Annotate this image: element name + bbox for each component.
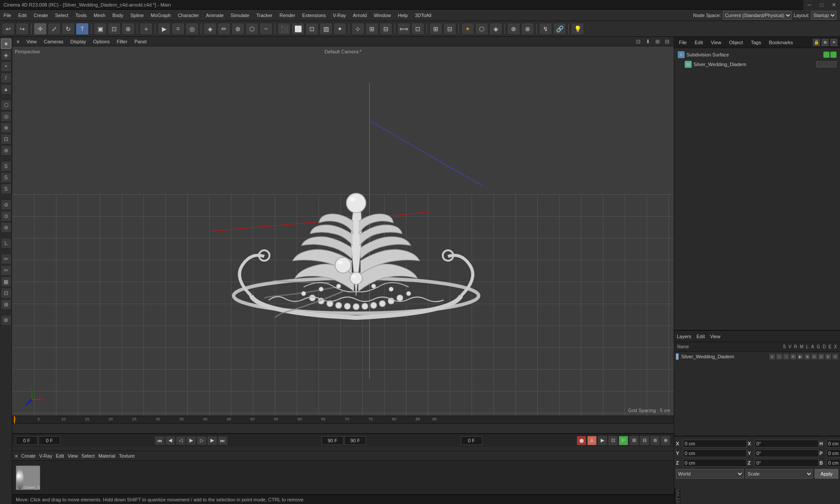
mograph-btn[interactable]: ⊕ [507, 23, 520, 35]
vp-menu-hamburger[interactable]: ≡ [15, 39, 21, 44]
timeline-extra2[interactable]: ⊛ [650, 436, 660, 445]
motion-clip-btn[interactable]: ▶ [598, 436, 607, 445]
vp-menu-display[interactable]: Display [69, 39, 88, 44]
menu-help[interactable]: Help [395, 10, 412, 21]
current-frame-input[interactable] [16, 436, 38, 445]
layers-view-menu[interactable]: View [710, 334, 721, 339]
render-btn[interactable]: ▶ [158, 23, 171, 35]
layer-icon-10[interactable]: X [832, 354, 838, 360]
vp-menu-options[interactable]: Options [91, 39, 112, 44]
layer-icon-8[interactable]: D [818, 354, 824, 360]
subdiv-check2[interactable] [830, 52, 836, 58]
vp-menu-view[interactable]: View [24, 39, 38, 44]
vp-menu-panel[interactable]: Panel [133, 39, 148, 44]
mat-menu-create[interactable]: Create [21, 453, 35, 458]
maximize-button[interactable]: □ [816, 0, 828, 10]
obj-object-menu[interactable]: Object [727, 37, 745, 48]
tool-polygon[interactable]: ▲ [1, 84, 11, 94]
layer-icon-1[interactable]: S [769, 354, 775, 360]
tool-measure[interactable]: L [1, 238, 11, 248]
symmetry-btn[interactable]: ⊡ [411, 23, 424, 35]
menu-mograph[interactable]: MoGraph [147, 10, 175, 21]
light2-btn[interactable]: 💡 [571, 23, 584, 35]
obj-tags-menu[interactable]: Tags [749, 37, 763, 48]
obj-bookmarks-menu[interactable]: Bookmarks [766, 37, 795, 48]
tool-edge[interactable]: / [1, 73, 11, 83]
grid-btn[interactable]: ⊟ [443, 23, 456, 35]
coord-z-rot-input[interactable]: 0° [755, 459, 819, 467]
tool-1[interactable]: ⬡ [1, 100, 11, 110]
subdiv-check1[interactable] [823, 52, 830, 58]
tool-b3[interactable]: ⊚ [1, 222, 11, 233]
coord-h-input[interactable]: 0 cm [826, 440, 840, 448]
material-crown[interactable]: Crown_S [16, 466, 40, 490]
cube-btn[interactable]: ⬛ [277, 23, 290, 35]
vp-icon-2[interactable]: ⬇ [644, 38, 652, 46]
object-tool[interactable]: ◈ [203, 23, 217, 35]
ik-btn[interactable]: P [619, 436, 628, 445]
obj-icon-lock[interactable]: 🔒 [813, 39, 820, 46]
menu-spline[interactable]: Spline [127, 10, 147, 21]
select-loop[interactable]: ⊕ [122, 23, 135, 35]
obj-edit-menu[interactable]: Edit [693, 37, 705, 48]
menu-body[interactable]: Body [109, 10, 127, 21]
tool-extrude2[interactable]: ⊞ [1, 299, 11, 310]
tool-paint[interactable]: ✏ [1, 254, 11, 264]
obj-file-menu[interactable]: File [677, 37, 689, 48]
mat-menu-view[interactable]: View [67, 453, 78, 458]
tool-s1[interactable]: S [1, 161, 11, 172]
nurbs-btn[interactable]: ⬜ [291, 23, 304, 35]
select-live[interactable]: ⊡ [108, 23, 121, 35]
total-frame-input[interactable] [344, 436, 366, 445]
sculpt-tool[interactable]: ⊛ [231, 23, 245, 35]
mat-menu-hamburger[interactable]: ≡ [15, 453, 18, 458]
mirror-btn[interactable]: ⟺ [397, 23, 410, 35]
next-play-btn[interactable]: ▷ [197, 436, 206, 445]
subdiv-btn[interactable]: ◈ [489, 23, 502, 35]
mat-menu-vray[interactable]: V-Ray [39, 453, 52, 458]
redo-button[interactable]: ↪ [16, 23, 29, 35]
menu-arnold[interactable]: Arnold [350, 10, 371, 21]
vp-menu-cameras[interactable]: Cameras [42, 39, 65, 44]
node-space-select[interactable]: Current (Standard/Physical) [723, 11, 792, 20]
auto-key-btn[interactable]: A [587, 436, 597, 445]
coord-p-input[interactable]: 0 cm [826, 449, 840, 457]
coord-scale-select[interactable]: Scale [746, 469, 813, 479]
start-frame-input[interactable] [38, 436, 60, 445]
play-btn[interactable]: ▶ [186, 436, 196, 445]
hair-tool[interactable]: ~ [259, 23, 273, 35]
axis-btn[interactable]: ⊞ [365, 23, 378, 35]
dynamics-btn[interactable]: ↯ [539, 23, 552, 35]
tool-s3[interactable]: S [1, 184, 11, 194]
menu-create[interactable]: Create [30, 10, 52, 21]
layout-select[interactable]: Startup [811, 11, 836, 20]
tool-fill[interactable]: ▦ [1, 276, 11, 287]
deform-btn[interactable]: ⊡ [305, 23, 318, 35]
vp-icon-4[interactable]: ⊟ [663, 38, 671, 46]
coord-b-input[interactable]: 0 cm [826, 459, 840, 467]
viewport-canvas[interactable]: Perspective Default Camera:* [12, 46, 674, 416]
goto-start-btn[interactable]: ⏮ [155, 436, 164, 445]
obj-view-menu[interactable]: View [709, 37, 724, 48]
layer-icon-2[interactable]: □ [776, 354, 782, 360]
coord-y-rot-input[interactable]: 0° [755, 449, 819, 457]
mat-menu-edit[interactable]: Edit [56, 453, 64, 458]
mat-menu-select[interactable]: Select [81, 453, 95, 458]
menu-tracker[interactable]: Tracker [253, 10, 276, 21]
field-btn[interactable]: ⊗ [521, 23, 534, 35]
menu-window[interactable]: Window [370, 10, 394, 21]
floor-btn[interactable]: ⊟ [379, 23, 392, 35]
menu-file[interactable]: File [0, 10, 15, 21]
camera-btn[interactable]: ▧ [319, 23, 332, 35]
layer-icon-6[interactable]: ⊕ [804, 354, 810, 360]
layer-row-diadem[interactable]: Silver_Wedding_Diadem S □ ○ R ▶ ⊕ G D E … [674, 352, 840, 361]
menu-extensions[interactable]: Extensions [299, 10, 329, 21]
extrude-btn[interactable]: ⬡ [475, 23, 488, 35]
menu-character[interactable]: Character [174, 10, 202, 21]
menu-vray[interactable]: V-Ray [329, 10, 350, 21]
timeline-extra3[interactable]: ⊕ [661, 436, 670, 445]
close-button[interactable]: ✕ [828, 0, 840, 10]
prev-frame-btn[interactable]: ◀ [165, 436, 175, 445]
end-frame-input[interactable] [322, 436, 343, 445]
menu-render[interactable]: Render [276, 10, 299, 21]
